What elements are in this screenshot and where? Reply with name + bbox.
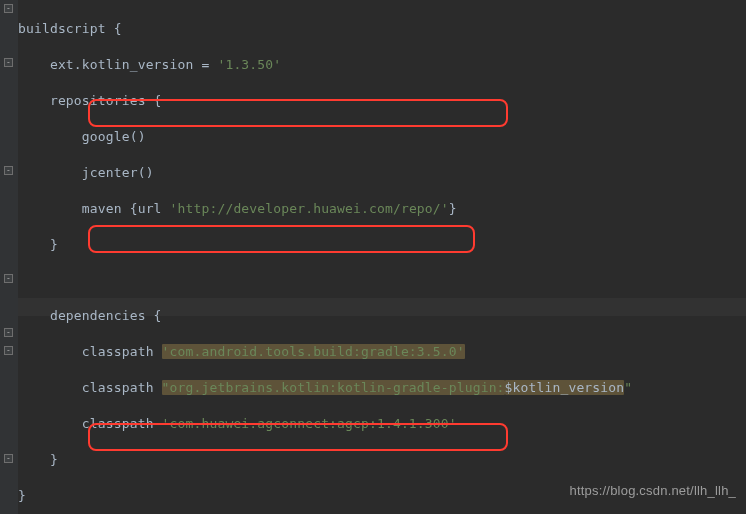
code-text: } xyxy=(449,201,457,216)
code-text: google() xyxy=(18,129,146,144)
code-text: buildscript { xyxy=(18,21,122,36)
fold-icon[interactable]: - xyxy=(4,4,13,13)
code-text: classpath xyxy=(18,416,162,431)
editor-gutter: - - - - - - - xyxy=(0,0,18,514)
fold-icon[interactable]: - xyxy=(4,346,13,355)
watermark-text: https://blog.csdn.net/llh_llh_ xyxy=(570,482,736,500)
code-text: } xyxy=(18,488,26,503)
fold-icon[interactable]: - xyxy=(4,274,13,283)
string-literal: "org.jetbrains.kotlin:kotlin-gradle-plug… xyxy=(162,380,505,395)
fold-icon[interactable]: - xyxy=(4,166,13,175)
code-text: ext.kotlin_version = xyxy=(18,57,217,72)
code-text: } xyxy=(18,237,58,252)
fold-icon[interactable]: - xyxy=(4,328,13,337)
code-editor[interactable]: buildscript { ext.kotlin_version = '1.3.… xyxy=(18,2,632,514)
string-literal: 'com.android.tools.build:gradle:3.5.0' xyxy=(162,344,465,359)
code-text: classpath xyxy=(18,344,162,359)
fold-icon[interactable]: - xyxy=(4,454,13,463)
code-text: url xyxy=(138,201,170,216)
code-text: maven { xyxy=(18,201,138,216)
variable-ref: $kotlin_version xyxy=(505,380,625,395)
string-literal: 'com.huawei.agconnect:agcp:1.4.1.300' xyxy=(162,416,457,431)
code-text: dependencies { xyxy=(18,308,162,323)
code-text: classpath xyxy=(18,380,162,395)
code-text: } xyxy=(18,452,58,467)
string-literal: '1.3.50' xyxy=(217,57,281,72)
fold-icon[interactable]: - xyxy=(4,58,13,67)
string-literal: 'http://developer.huawei.com/repo/' xyxy=(170,201,449,216)
code-text: repositories { xyxy=(18,93,162,108)
string-literal: " xyxy=(624,380,632,395)
code-text: jcenter() xyxy=(18,165,154,180)
